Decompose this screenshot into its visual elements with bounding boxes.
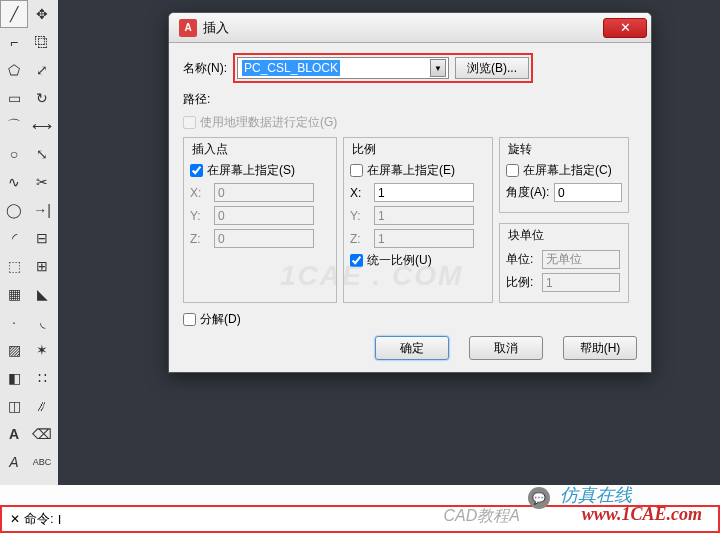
arc-icon[interactable]: ⌒ [0, 112, 28, 140]
name-value: PC_CSL_BLOCK [242, 60, 340, 76]
scale-title: 比例 [350, 141, 378, 158]
circle-icon[interactable]: ○ [0, 140, 28, 168]
uniform-scale-label: 统一比例(U) [367, 252, 432, 269]
close-button[interactable]: ✕ [603, 18, 647, 38]
move-icon[interactable]: ✥ [28, 0, 56, 28]
scale-onscreen-label: 在屏幕上指定(E) [367, 162, 455, 179]
insert-icon[interactable]: ⬚ [0, 252, 28, 280]
scale-y-input [374, 206, 474, 225]
geo-checkbox [183, 116, 196, 129]
mirror-icon[interactable]: ⟷ [28, 112, 56, 140]
gradient-icon[interactable]: ◧ [0, 364, 28, 392]
insert-x-label: X: [190, 186, 214, 200]
insert-y-label: Y: [190, 209, 214, 223]
ratio-input [542, 273, 620, 292]
ellipse-icon[interactable]: ◯ [0, 196, 28, 224]
geo-label: 使用地理数据进行定位(G) [200, 114, 337, 131]
command-label: 命令: [24, 510, 54, 528]
rotate-onscreen-checkbox[interactable] [506, 164, 519, 177]
explode-icon[interactable]: ✶ [28, 336, 56, 364]
scale-y-label: Y: [350, 209, 374, 223]
app-icon: A [179, 19, 197, 37]
rotate-title: 旋转 [506, 141, 534, 158]
erase-icon[interactable]: ⌫ [28, 420, 56, 448]
units-title: 块单位 [506, 227, 546, 244]
command-input[interactable] [58, 512, 98, 527]
name-area-highlight: PC_CSL_BLOCK ▼ 浏览(B)... [233, 53, 533, 83]
command-icon: ✕ [10, 512, 20, 526]
help-button[interactable]: 帮助(H) [563, 336, 637, 360]
insert-z-input [214, 229, 314, 248]
spline-icon[interactable]: ∿ [0, 168, 28, 196]
insert-onscreen-label: 在屏幕上指定(S) [207, 162, 295, 179]
insert-y-input [214, 206, 314, 225]
point-icon[interactable]: · [0, 308, 28, 336]
insert-x-input [214, 183, 314, 202]
rectangle-icon[interactable]: ▭ [0, 84, 28, 112]
group-insert-point: 插入点 在屏幕上指定(S) X: Y: Z: [183, 137, 337, 303]
rotate-icon[interactable]: ↻ [28, 84, 56, 112]
polygon-icon[interactable]: ⬠ [0, 56, 28, 84]
browse-button[interactable]: 浏览(B)... [455, 57, 529, 79]
rotate-onscreen-label: 在屏幕上指定(C) [523, 162, 612, 179]
offset-icon[interactable]: ⫽ [28, 392, 56, 420]
scale-x-label: X: [350, 186, 374, 200]
fillet-icon[interactable]: ◟ [28, 308, 56, 336]
extend-icon[interactable]: →| [28, 196, 56, 224]
copy-icon[interactable]: ⿻ [28, 28, 56, 56]
scale-z-label: Z: [350, 232, 374, 246]
scale-icon[interactable]: ⤡ [28, 140, 56, 168]
scale-z-input [374, 229, 474, 248]
region-icon[interactable]: ◫ [0, 392, 28, 420]
dialog-titlebar[interactable]: A 插入 ✕ [169, 13, 651, 43]
insert-z-label: Z: [190, 232, 214, 246]
abc-icon[interactable]: ABC [28, 448, 56, 476]
left-toolbar: ╱ ⌐ ⬠ ▭ ⌒ ○ ∿ ◯ ◜ ⬚ ▦ · ▨ ◧ ◫ A A ✥ ⿻ [0, 0, 58, 488]
angle-input[interactable] [554, 183, 622, 202]
mtext-icon[interactable]: A [0, 448, 28, 476]
unit-input [542, 250, 620, 269]
ratio-label: 比例: [506, 274, 542, 291]
join-icon[interactable]: ⊞ [28, 252, 56, 280]
stretch-icon[interactable]: ⤢ [28, 56, 56, 84]
text-icon[interactable]: A [0, 420, 28, 448]
ellipse-arc-icon[interactable]: ◜ [0, 224, 28, 252]
decompose-checkbox[interactable] [183, 313, 196, 326]
angle-label: 角度(A): [506, 184, 554, 201]
block-icon[interactable]: ▦ [0, 280, 28, 308]
chamfer-icon[interactable]: ◣ [28, 280, 56, 308]
uniform-scale-checkbox[interactable] [350, 254, 363, 267]
cancel-button[interactable]: 取消 [469, 336, 543, 360]
unit-label: 单位: [506, 251, 542, 268]
break-icon[interactable]: ⊟ [28, 224, 56, 252]
ok-button[interactable]: 确定 [375, 336, 449, 360]
line-icon[interactable]: ╱ [0, 0, 28, 28]
pline-icon[interactable]: ⌐ [0, 28, 28, 56]
dialog-title: 插入 [203, 19, 603, 37]
chevron-down-icon[interactable]: ▼ [430, 59, 446, 77]
array-icon[interactable]: ∷ [28, 364, 56, 392]
name-select[interactable]: PC_CSL_BLOCK ▼ [237, 57, 449, 79]
insert-onscreen-checkbox[interactable] [190, 164, 203, 177]
workspace: ╱ ⌐ ⬠ ▭ ⌒ ○ ∿ ◯ ◜ ⬚ ▦ · ▨ ◧ ◫ A A ✥ ⿻ [0, 0, 720, 533]
trim-icon[interactable]: ✂ [28, 168, 56, 196]
group-block-units: 块单位 单位: 比例: [499, 223, 629, 303]
decompose-label: 分解(D) [200, 311, 241, 328]
command-bar[interactable]: ✕ 命令: [0, 505, 720, 533]
group-scale: 比例 在屏幕上指定(E) X: Y: Z: 统一比例(U) [343, 137, 493, 303]
path-label: 路径: [183, 91, 637, 108]
insert-dialog: A 插入 ✕ 名称(N): PC_CSL_BLOCK ▼ 浏览(B)... 路径… [168, 12, 652, 373]
scale-x-input[interactable] [374, 183, 474, 202]
hatch-icon[interactable]: ▨ [0, 336, 28, 364]
insert-title: 插入点 [190, 141, 230, 158]
group-rotate: 旋转 在屏幕上指定(C) 角度(A): [499, 137, 629, 213]
name-label: 名称(N): [183, 60, 227, 77]
scale-onscreen-checkbox[interactable] [350, 164, 363, 177]
